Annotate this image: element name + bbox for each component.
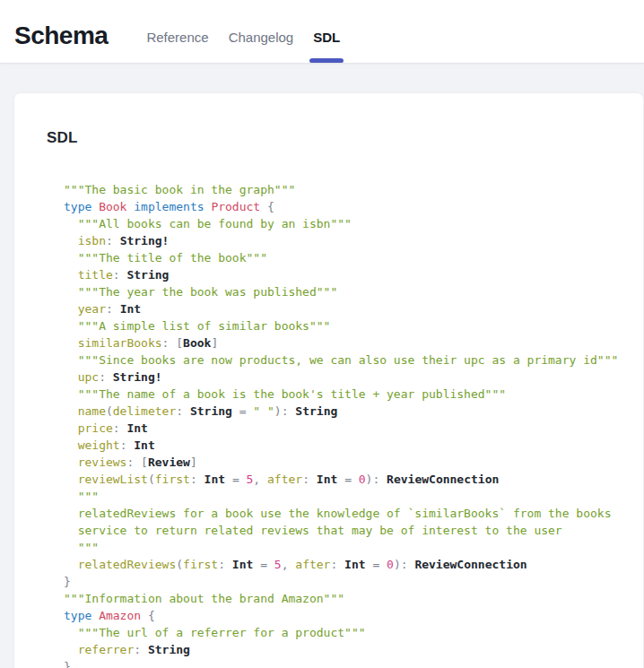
code-line: relatedReviews for a book use the knowle… — [64, 505, 625, 522]
code-line: """A simple list of similar books""" — [64, 317, 625, 334]
code-line: upc: String! — [64, 369, 625, 386]
code-line: similarBooks: [Book] — [64, 334, 625, 351]
code-line: price: Int — [64, 420, 625, 437]
code-line: """The name of a book is the book's titl… — [64, 386, 625, 403]
tab-bar: Reference Changelog SDL — [136, 0, 350, 63]
code-line: title: String — [64, 266, 625, 283]
tab-changelog[interactable]: Changelog — [219, 0, 304, 63]
code-line: """The url of a referrer for a product""… — [64, 624, 625, 641]
code-line: isbn: String! — [64, 232, 625, 249]
code-line: referrer: String — [64, 641, 625, 658]
code-line: relatedReviews(first: Int = 5, after: In… — [64, 556, 625, 573]
active-tab-indicator — [309, 58, 344, 63]
tab-reference[interactable]: Reference — [136, 0, 218, 63]
code-line: type Book implements Product { — [64, 198, 625, 215]
code-line: """ — [64, 539, 625, 556]
sdl-card: SDL """The basic book in the graph"""typ… — [13, 92, 644, 668]
code-line: """All books can be found by an isbn""" — [64, 215, 625, 232]
page-title: Schema — [14, 22, 108, 50]
page-content: SDL """The basic book in the graph"""typ… — [0, 64, 644, 668]
code-line: year: Int — [64, 300, 625, 317]
code-line: """The year the book was published""" — [64, 283, 625, 300]
code-line: """The title of the book""" — [64, 249, 625, 266]
tab-sdl-label: SDL — [313, 30, 340, 45]
code-line: """The basic book in the graph""" — [64, 181, 625, 198]
code-line: } — [64, 658, 625, 668]
code-line: """ — [64, 488, 625, 505]
code-line: """Information about the brand Amazon""" — [64, 590, 625, 607]
code-line: service to return related reviews that m… — [64, 522, 625, 539]
code-line: type Amazon { — [64, 607, 625, 624]
code-line: weight: Int — [64, 437, 625, 454]
code-line: reviewList(first: Int = 5, after: Int = … — [64, 471, 625, 488]
sdl-heading: SDL — [47, 129, 625, 147]
code-line: """Since books are now products, we can … — [64, 351, 625, 369]
code-line: } — [64, 573, 625, 590]
sdl-code: """The basic book in the graph"""type Bo… — [64, 181, 625, 668]
tab-sdl[interactable]: SDL — [303, 0, 350, 63]
page-header: Schema Reference Changelog SDL — [0, 0, 644, 64]
code-line: name(delimeter: String = " "): String — [64, 403, 625, 420]
code-line: reviews: [Review] — [64, 454, 625, 471]
